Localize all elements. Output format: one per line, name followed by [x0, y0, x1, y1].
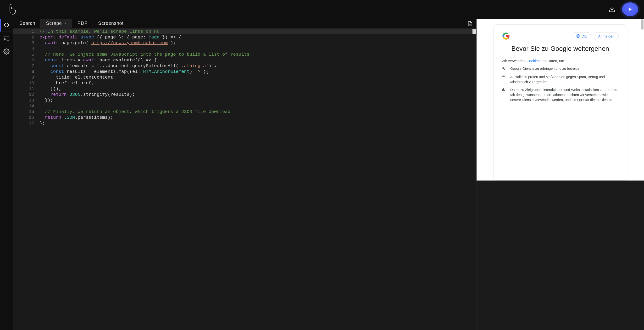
code-line[interactable]: 17}; — [13, 120, 476, 126]
preview-console — [476, 180, 644, 330]
run-button[interactable] — [622, 2, 638, 16]
consent-card: DE Anmelden Bevor Sie zu Google weiterge… — [493, 24, 627, 180]
browser-preview: DE Anmelden Bevor Sie zu Google weiterge… — [476, 19, 644, 180]
preview-scrollbar[interactable] — [641, 19, 644, 30]
code-line[interactable]: 15 // Finally, we return an object, whic… — [13, 109, 476, 115]
code-content[interactable]: const elements = [...document.querySelec… — [40, 63, 476, 69]
editor-pane: SearchScrape×PDFScreenshot 1// In this e… — [13, 19, 476, 330]
rail-settings-view[interactable] — [0, 45, 13, 58]
code-content[interactable] — [40, 46, 476, 52]
code-content[interactable]: // In this example, we'll scrape links o… — [40, 29, 476, 34]
code-content[interactable]: return JSON.stringify(results); — [40, 92, 476, 97]
svg-point-3 — [6, 51, 8, 52]
code-content[interactable]: }); — [40, 97, 476, 103]
line-number: 4 — [13, 46, 40, 52]
code-line[interactable]: 14 — [13, 103, 476, 109]
code-icon — [3, 22, 10, 28]
code-content[interactable]: href: el.href, — [40, 80, 476, 86]
google-logo-icon — [502, 32, 510, 40]
line-number: 3 — [13, 40, 40, 46]
cookies-link[interactable]: Cookies — [526, 59, 540, 63]
tab-label: PDF — [78, 20, 88, 26]
line-number: 1 — [13, 29, 40, 34]
logo-icon — [8, 3, 17, 16]
tab-scrape[interactable]: Scrape× — [41, 19, 72, 28]
consent-bullet: Ausfälle zu prüfen und Maßnahmen gegen S… — [502, 74, 619, 85]
line-number: 17 — [13, 120, 40, 126]
line-number: 5 — [13, 52, 40, 57]
left-rail — [0, 19, 13, 330]
code-line[interactable]: 5 // Here, we inject some JavaScript int… — [13, 52, 476, 57]
consent-header: DE Anmelden — [502, 32, 619, 40]
code-line[interactable]: 7 const elements = [...document.querySel… — [13, 63, 476, 69]
code-content[interactable]: const items = await page.evaluate(() => … — [40, 57, 476, 63]
svg-rect-12 — [504, 90, 505, 91]
warning-icon — [502, 74, 506, 85]
consent-bullet: Google-Dienste zu erbringen und zu betre… — [502, 66, 619, 72]
code-content[interactable]: const results = elements.map((el: HTMLAn… — [40, 69, 476, 74]
consent-bullet-text: Ausfälle zu prüfen und Maßnahmen gegen S… — [510, 74, 619, 85]
code-line[interactable]: 1// In this example, we'll scrape links … — [13, 29, 476, 34]
tab-screenshot[interactable]: Screenshot — [93, 19, 129, 28]
svg-rect-11 — [503, 88, 504, 91]
code-line[interactable]: 4 — [13, 46, 476, 52]
line-number: 15 — [13, 109, 40, 115]
consent-bullet-text: Google-Dienste zu erbringen und zu betre… — [510, 66, 581, 72]
code-line[interactable]: 12 return JSON.stringify(results); — [13, 92, 476, 97]
preview-pane: DE Anmelden Bevor Sie zu Google weiterge… — [476, 19, 644, 330]
line-number: 12 — [13, 92, 40, 97]
header-actions — [608, 2, 638, 16]
scrollbar-thumb[interactable] — [472, 29, 476, 34]
line-number: 2 — [13, 34, 40, 40]
language-label: DE — [582, 34, 587, 38]
code-line[interactable]: 2export default async ({ page }: { page:… — [13, 34, 476, 40]
code-line[interactable]: 8 const results = elements.map((el: HTML… — [13, 69, 476, 74]
new-file-icon — [468, 20, 473, 27]
tab-label: Scrape — [46, 20, 62, 26]
app-root: SearchScrape×PDFScreenshot 1// In this e… — [0, 0, 644, 330]
consent-bullet: Daten zu Zielgruppeninteraktionen und We… — [502, 87, 619, 102]
code-line[interactable]: 3 await page.goto('https://news.ycombina… — [13, 40, 476, 46]
code-content[interactable]: export default async ({ page }: { page: … — [40, 34, 476, 40]
line-number: 7 — [13, 63, 40, 69]
code-line[interactable]: 9 title: el.textContent, — [13, 74, 476, 80]
code-line[interactable]: 10 href: el.href, — [13, 80, 476, 86]
code-line[interactable]: 6 const items = await page.evaluate(() =… — [13, 57, 476, 63]
code-content[interactable]: await page.goto('https://news.ycombinato… — [40, 40, 476, 46]
rail-cast-view[interactable] — [0, 32, 13, 45]
code-content[interactable]: title: el.textContent, — [40, 74, 476, 80]
cast-icon — [3, 35, 10, 41]
rail-code-view[interactable] — [0, 19, 13, 32]
line-number: 6 — [13, 57, 40, 63]
code-content[interactable] — [40, 103, 476, 109]
main-body: SearchScrape×PDFScreenshot 1// In this e… — [0, 19, 644, 330]
intro-prefix: Wir verwenden — [502, 59, 526, 63]
gear-icon — [3, 48, 10, 55]
tabs-row: SearchScrape×PDFScreenshot — [13, 19, 476, 29]
consent-bullet-text: Daten zu Zielgruppeninteraktionen und We… — [510, 87, 619, 102]
code-line[interactable]: 16 return JSON.parse(items); — [13, 115, 476, 120]
tab-search[interactable]: Search — [14, 19, 40, 28]
code-editor[interactable]: 1// In this example, we'll scrape links … — [13, 29, 476, 330]
code-content[interactable]: // Finally, we return an object, which t… — [40, 109, 476, 115]
download-button[interactable] — [608, 6, 615, 13]
code-line[interactable]: 11 })); — [13, 86, 476, 92]
code-content[interactable]: }; — [40, 120, 476, 126]
language-button[interactable]: DE — [572, 32, 591, 40]
line-number: 8 — [13, 69, 40, 74]
tab-pdf[interactable]: PDF — [72, 19, 93, 28]
line-number: 13 — [13, 97, 40, 103]
new-tab-button[interactable] — [465, 19, 475, 28]
line-number: 14 — [13, 103, 40, 109]
signin-button[interactable]: Anmelden — [594, 32, 619, 40]
code-content[interactable]: return JSON.parse(items); — [40, 115, 476, 120]
code-content[interactable]: // Here, we inject some JavaScript into … — [40, 52, 476, 57]
intro-suffix: und Daten, um — [540, 59, 564, 63]
code-content[interactable]: })); — [40, 86, 476, 92]
code-line[interactable]: 13 }); — [13, 97, 476, 103]
line-number: 10 — [13, 80, 40, 86]
tab-label: Screenshot — [98, 20, 124, 26]
close-icon[interactable]: × — [64, 21, 67, 25]
header-bar — [0, 0, 644, 19]
svg-marker-1 — [629, 8, 632, 11]
